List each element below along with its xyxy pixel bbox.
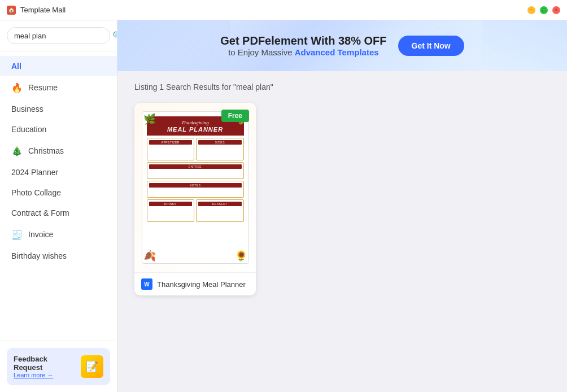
card-image-wrapper: 🌿 🌻 🍂 🌻 Thanksgiving MEAL PLANNER bbox=[134, 103, 256, 272]
doc-type-letter: W bbox=[144, 281, 149, 288]
banner-deco-left bbox=[117, 20, 230, 71]
mp-entree-label: ENTREE bbox=[149, 164, 242, 169]
fire-icon: 🔥 bbox=[11, 82, 23, 93]
mp-dessert-label: DESSERT bbox=[198, 202, 242, 206]
mp-notes: NOTES bbox=[147, 181, 244, 198]
mp-sides-label: SIDES bbox=[198, 140, 242, 145]
search-box[interactable]: 🔍 bbox=[7, 27, 110, 44]
title-bar-left: 🏠 Template Mall bbox=[7, 6, 66, 15]
window-controls: − □ × bbox=[527, 6, 560, 14]
feedback-image: 📝 bbox=[81, 355, 103, 378]
sidebar-nav: All 🔥 Resume Business Education 🎄 Christ… bbox=[0, 51, 117, 341]
minimize-button[interactable]: − bbox=[527, 6, 535, 14]
banner-line1: Get PDFelement With 38% OFF bbox=[220, 34, 386, 47]
maximize-button[interactable]: □ bbox=[540, 6, 548, 14]
content-area: Get PDFelement With 38% OFF to Enjoy Mas… bbox=[117, 20, 567, 392]
contract-form-label: Contract & Form bbox=[11, 208, 69, 217]
card-type-icon: W bbox=[141, 278, 152, 290]
feedback-link[interactable]: Learn more → bbox=[14, 372, 76, 378]
sidebar-footer: Feedback Request Learn more → 📝 bbox=[0, 341, 117, 392]
floral-bl: 🍂 bbox=[143, 250, 156, 262]
mp-entree: ENTREE bbox=[147, 162, 244, 179]
sidebar-item-contract-form[interactable]: Contract & Form bbox=[0, 203, 117, 223]
photo-collage-label: Photo Collage bbox=[11, 188, 61, 197]
banner-deco-right bbox=[482, 20, 567, 71]
sidebar-item-planner[interactable]: 2024 Planner bbox=[0, 162, 117, 182]
mp-sides: SIDES bbox=[196, 138, 244, 160]
invoice-icon: 🧾 bbox=[11, 229, 23, 240]
banner-line2: to Enjoy Massive Advanced Templates bbox=[220, 47, 386, 57]
invoice-label: Invoice bbox=[28, 230, 53, 239]
business-label: Business bbox=[11, 104, 43, 114]
mp-bottom-grid: DRINKS DESSERT bbox=[147, 199, 244, 222]
results-header: Listing 1 Search Results for "meal plan" bbox=[134, 82, 550, 92]
mp-notes-label: NOTES bbox=[149, 183, 242, 188]
mp-header-line2: MEAL PLANNER bbox=[149, 126, 242, 133]
card-title: Thanksgiving Meal Planner bbox=[157, 280, 246, 289]
search-input[interactable] bbox=[14, 32, 109, 40]
floral-br: 🌻 bbox=[235, 250, 247, 262]
sidebar-item-education[interactable]: Education bbox=[0, 119, 117, 140]
sidebar-item-resume[interactable]: 🔥 Resume bbox=[0, 76, 117, 99]
meal-planner-preview: 🌿 🌻 🍂 🌻 Thanksgiving MEAL PLANNER bbox=[142, 111, 249, 264]
card-image: 🌿 🌻 🍂 🌻 Thanksgiving MEAL PLANNER bbox=[134, 103, 256, 272]
mp-appetizer: APPETIZER bbox=[147, 138, 195, 160]
template-card[interactable]: 🌿 🌻 🍂 🌻 Thanksgiving MEAL PLANNER bbox=[134, 103, 256, 295]
banner-text: Get PDFelement With 38% OFF to Enjoy Mas… bbox=[220, 34, 386, 57]
banner-line2-text: to Enjoy Massive bbox=[228, 47, 295, 57]
results-area: Listing 1 Search Results for "meal plan"… bbox=[117, 71, 567, 392]
mp-top-grid: APPETIZER SIDES bbox=[147, 138, 244, 160]
feedback-card[interactable]: Feedback Request Learn more → 📝 bbox=[7, 348, 110, 385]
sidebar-item-birthday-wishes[interactable]: Birthday wishes bbox=[0, 246, 117, 266]
mp-appetizer-label: APPETIZER bbox=[149, 140, 193, 145]
main-layout: 🔍 All 🔥 Resume Business Education 🎄 Chri… bbox=[0, 20, 567, 392]
sidebar-item-christmas[interactable]: 🎄 Christmas bbox=[0, 140, 117, 162]
app-title: Template Mall bbox=[20, 6, 66, 14]
christmas-label: Christmas bbox=[28, 146, 64, 155]
card-footer: W Thanksgiving Meal Planner bbox=[134, 272, 256, 295]
search-button[interactable]: 🔍 bbox=[112, 31, 117, 40]
education-label: Education bbox=[11, 125, 46, 134]
banner-line2-highlight: Advanced Templates bbox=[295, 47, 379, 57]
free-badge: Free bbox=[221, 110, 249, 122]
sidebar-item-photo-collage[interactable]: Photo Collage bbox=[0, 182, 117, 203]
app-icon: 🏠 bbox=[7, 6, 16, 15]
mp-drinks-label: DRINKS bbox=[149, 202, 193, 206]
results-grid: 🌿 🌻 🍂 🌻 Thanksgiving MEAL PLANNER bbox=[134, 103, 550, 295]
sidebar: 🔍 All 🔥 Resume Business Education 🎄 Chri… bbox=[0, 20, 117, 392]
close-button[interactable]: × bbox=[552, 6, 560, 14]
resume-label: Resume bbox=[28, 83, 58, 92]
all-label: All bbox=[11, 62, 21, 71]
sidebar-item-business[interactable]: Business bbox=[0, 99, 117, 119]
promo-banner: Get PDFelement With 38% OFF to Enjoy Mas… bbox=[117, 20, 567, 71]
birthday-wishes-label: Birthday wishes bbox=[11, 251, 67, 260]
christmas-icon: 🎄 bbox=[11, 145, 23, 156]
floral-tl: 🌿 bbox=[143, 113, 156, 125]
title-bar: 🏠 Template Mall − □ × bbox=[0, 0, 567, 20]
get-it-now-button[interactable]: Get It Now bbox=[398, 36, 464, 56]
sidebar-item-invoice[interactable]: 🧾 Invoice bbox=[0, 223, 117, 246]
mp-drinks: DRINKS bbox=[147, 199, 195, 222]
sidebar-header: 🔍 bbox=[0, 20, 117, 51]
planner-label: 2024 Planner bbox=[11, 168, 58, 177]
mp-dessert: DESSERT bbox=[196, 199, 244, 222]
feedback-title: Feedback Request bbox=[14, 355, 76, 372]
feedback-text: Feedback Request Learn more → bbox=[14, 355, 76, 378]
sidebar-item-all[interactable]: All bbox=[0, 56, 117, 76]
